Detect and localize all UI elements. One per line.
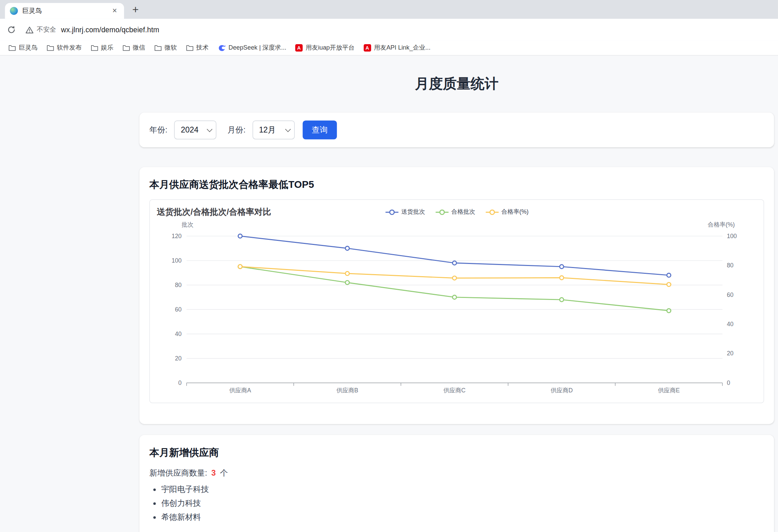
quality-chart-panel: 送货批次/合格批次/合格率对比 送货批次合格批次合格率(%) 批次 合格率(%)… [149, 199, 764, 403]
bookmark-label: 软件发布 [57, 43, 82, 52]
bookmark-label: 娱乐 [101, 43, 113, 52]
browser-tab[interactable]: 巨灵鸟 × [5, 3, 124, 19]
reload-icon[interactable] [6, 25, 16, 35]
year-select[interactable]: 2024 [174, 121, 217, 139]
security-indicator[interactable]: 不安全 [25, 25, 56, 34]
url-field[interactable]: wx.jlnrj.com/demo/qcbeief.htm [61, 26, 159, 34]
yonyou-icon: A [364, 44, 371, 52]
folder-icon [90, 45, 98, 51]
bookmark-folder[interactable]: 巨灵鸟 [4, 42, 42, 54]
security-label: 不安全 [37, 25, 56, 34]
address-toolbar: 不安全 wx.jlnrj.com/demo/qcbeief.htm [0, 19, 778, 40]
svg-text:40: 40 [727, 321, 734, 327]
top5-card-title: 本月供应商送货批次合格率最低TOP5 [149, 178, 764, 191]
svg-text:0: 0 [178, 379, 182, 386]
bookmark-label: 用友iuap开放平台 [306, 43, 355, 52]
bookmark-folder[interactable]: 软件发布 [42, 42, 86, 54]
svg-text:供应商D: 供应商D [551, 387, 573, 394]
year-value: 2024 [181, 125, 198, 134]
svg-text:供应商A: 供应商A [229, 387, 251, 394]
bookmark-label: 技术 [196, 43, 208, 52]
bookmark-folder[interactable]: 微软 [150, 42, 181, 54]
site-favicon-icon [10, 7, 18, 15]
chevron-down-icon [285, 126, 291, 132]
yonyou-icon: A [295, 44, 303, 52]
tab-title: 巨灵鸟 [22, 6, 110, 15]
svg-text:100: 100 [172, 257, 181, 264]
list-item: 宇阳电子科技 [161, 484, 764, 495]
svg-text:100: 100 [727, 233, 737, 240]
svg-text:20: 20 [175, 355, 182, 362]
folder-icon [186, 45, 193, 51]
bookmark-label: 用友API Link_企业... [374, 43, 430, 52]
top5-card: 本月供应商送货批次合格率最低TOP5 送货批次/合格批次/合格率对比 送货批次合… [139, 167, 774, 424]
bookmark-folder[interactable]: 娱乐 [86, 42, 118, 54]
new-suppliers-card: 本月新增供应商 新增供应商数量: 3 个 宇阳电子科技 伟创力科技 希德新材料 [139, 435, 774, 532]
svg-text:80: 80 [175, 282, 182, 288]
count-value: 3 [211, 469, 216, 477]
new-suppliers-count-line: 新增供应商数量: 3 个 [149, 468, 764, 479]
list-item: 伟创力科技 [161, 498, 764, 509]
svg-text:60: 60 [727, 291, 734, 298]
svg-text:20: 20 [727, 350, 734, 357]
new-tab-button[interactable]: + [128, 2, 143, 17]
bookmark-label: 巨灵鸟 [19, 43, 37, 52]
folder-icon [46, 45, 54, 51]
bookmark-label: 微信 [133, 43, 145, 52]
svg-text:供应商B: 供应商B [336, 387, 358, 394]
bookmark-yonyou-api[interactable]: A 用友API Link_企业... [359, 42, 435, 54]
folder-icon [154, 45, 161, 51]
browser-window: 巨灵鸟 × + 不安全 wx.jlnrj.com/demo/qcbeief.ht… [0, 0, 778, 532]
svg-text:供应商E: 供应商E [658, 387, 680, 394]
new-suppliers-list: 宇阳电子科技 伟创力科技 希德新材料 [149, 484, 764, 522]
filter-bar: 年份: 2024 月份: 12月 查询 [139, 112, 774, 147]
folder-icon [8, 45, 16, 51]
new-suppliers-title: 本月新增供应商 [149, 446, 764, 459]
month-value: 12月 [259, 125, 276, 135]
page-title: 月度质量统计 [139, 74, 774, 93]
tab-strip: 巨灵鸟 × + [0, 0, 778, 19]
chevron-down-icon [207, 126, 213, 132]
month-label: 月份: [227, 125, 245, 135]
warning-triangle-icon [25, 25, 34, 34]
svg-text:120: 120 [172, 233, 181, 240]
count-suffix: 个 [220, 469, 228, 477]
bookmark-folder[interactable]: 技术 [181, 42, 213, 54]
deepseek-icon [218, 44, 225, 52]
svg-text:80: 80 [727, 262, 734, 269]
quality-chart-svg: 020406080100120020406080100供应商A供应商B供应商C供… [150, 200, 764, 403]
svg-text:60: 60 [175, 306, 182, 313]
folder-icon [122, 45, 130, 51]
tab-close-icon[interactable]: × [110, 6, 119, 15]
svg-text:供应商C: 供应商C [444, 387, 466, 394]
month-select[interactable]: 12月 [253, 121, 295, 139]
bookmark-label: DeepSeek | 深度求... [228, 43, 286, 52]
svg-text:40: 40 [175, 331, 182, 337]
bookmark-deepseek[interactable]: DeepSeek | 深度求... [213, 42, 291, 54]
count-label: 新增供应商数量: [149, 469, 207, 477]
bookmark-yonyou-iuap[interactable]: A 用友iuap开放平台 [291, 42, 359, 54]
svg-text:0: 0 [727, 379, 730, 386]
list-item: 希德新材料 [161, 512, 764, 523]
bookmarks-bar: 巨灵鸟 软件发布 娱乐 微信 微软 技术 DeepSeek | 深度求... [0, 41, 778, 56]
page-content: 月度质量统计 年份: 2024 月份: 12月 查询 本月供应商送货批次合格率最… [139, 55, 774, 532]
year-label: 年份: [149, 125, 167, 135]
query-button[interactable]: 查询 [302, 121, 337, 139]
bookmark-folder[interactable]: 微信 [118, 42, 150, 54]
bookmark-label: 微软 [165, 43, 177, 52]
